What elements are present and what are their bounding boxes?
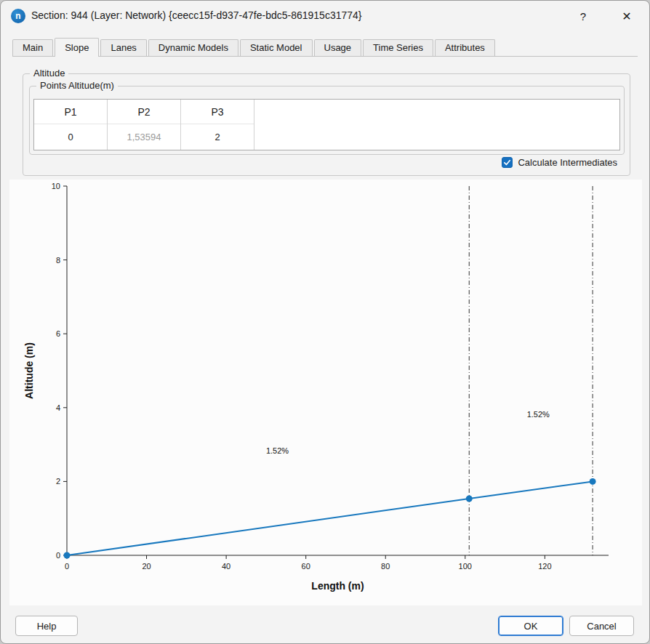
profile-point[interactable] [590, 478, 596, 485]
points-altitude-group: Points Altitude(m) P10P21,53594P32 [29, 86, 625, 155]
y-tick-label: 6 [56, 329, 60, 338]
tab-slope[interactable]: Slope [55, 38, 99, 57]
altitude-group-title: Altitude [30, 68, 68, 79]
slope-annotation: 1.52% [527, 410, 550, 419]
tab-lanes[interactable]: Lanes [100, 39, 146, 56]
tab-attributes[interactable]: Attributes [435, 39, 495, 56]
tab-bar: MainSlopeLanesDynamic ModelsStatic Model… [12, 39, 638, 57]
points-header-p1: P1 [34, 100, 107, 124]
points-group-title: Points Altitude(m) [36, 80, 118, 91]
x-tick-label: 100 [459, 562, 472, 571]
close-button[interactable]: ✕ [614, 5, 639, 27]
checkbox-label: Calculate Intermediates [518, 157, 617, 168]
app-icon-letter: n [15, 11, 20, 21]
points-column-p2: P21,53594 [108, 100, 181, 150]
y-axis-label: Altitude (m) [23, 342, 35, 399]
x-tick-label: 0 [65, 562, 69, 571]
tab-time-series[interactable]: Time Series [363, 39, 433, 56]
points-value-p3[interactable]: 2 [181, 124, 254, 150]
slope-chart: 02468100204060801001201.52%1.52%Length (… [9, 180, 642, 605]
profile-point[interactable] [466, 495, 473, 502]
points-column-p1: P10 [34, 100, 108, 150]
x-tick-label: 40 [222, 562, 230, 571]
points-column-p3: P32 [181, 100, 254, 150]
ok-button[interactable]: OK [498, 616, 563, 636]
help-button[interactable]: Help [15, 616, 78, 636]
points-header-p3: P3 [181, 100, 254, 124]
y-tick-label: 0 [56, 551, 60, 560]
tab-usage[interactable]: Usage [314, 39, 362, 56]
tab-static-model[interactable]: Static Model [240, 39, 313, 56]
points-value-p1[interactable]: 0 [34, 124, 107, 150]
points-table: P10P21,53594P32 [33, 99, 620, 150]
tab-main[interactable]: Main [12, 39, 53, 56]
points-table-empty-area [254, 100, 619, 150]
x-tick-label: 80 [381, 562, 390, 571]
slope-annotation: 1.52% [266, 446, 289, 455]
y-tick-label: 2 [56, 477, 60, 486]
cancel-button[interactable]: Cancel [569, 616, 634, 636]
calculate-intermediates-checkbox[interactable]: Calculate Intermediates [502, 157, 617, 168]
app-icon: n [11, 9, 25, 23]
profile-point[interactable] [64, 552, 71, 559]
altitude-group: Altitude Points Altitude(m) P10P21,53594… [23, 73, 630, 176]
titlebar-help-button[interactable]: ? [571, 5, 595, 27]
slope-chart-svg: 02468100204060801001201.52%1.52%Length (… [9, 180, 642, 605]
window-title: Section: 944 (Layer: Network) {ceecc15f-… [31, 9, 362, 21]
x-tick-label: 60 [302, 562, 310, 571]
y-tick-label: 10 [52, 182, 60, 190]
altitude-profile-line [67, 481, 593, 555]
x-tick-label: 20 [142, 562, 151, 571]
tab-dynamic-models[interactable]: Dynamic Models [148, 39, 238, 56]
points-value-p2[interactable]: 1,53594 [108, 124, 180, 150]
points-header-p2: P2 [108, 100, 180, 124]
section-dialog: n Section: 944 (Layer: Network) {ceecc15… [0, 0, 650, 644]
checkbox-check-icon [502, 157, 513, 168]
x-axis-label: Length (m) [311, 580, 364, 592]
title-bar: n Section: 944 (Layer: Network) {ceecc15… [1, 1, 649, 31]
y-tick-label: 4 [56, 403, 60, 412]
x-tick-label: 120 [538, 562, 551, 571]
y-tick-label: 8 [56, 256, 60, 265]
